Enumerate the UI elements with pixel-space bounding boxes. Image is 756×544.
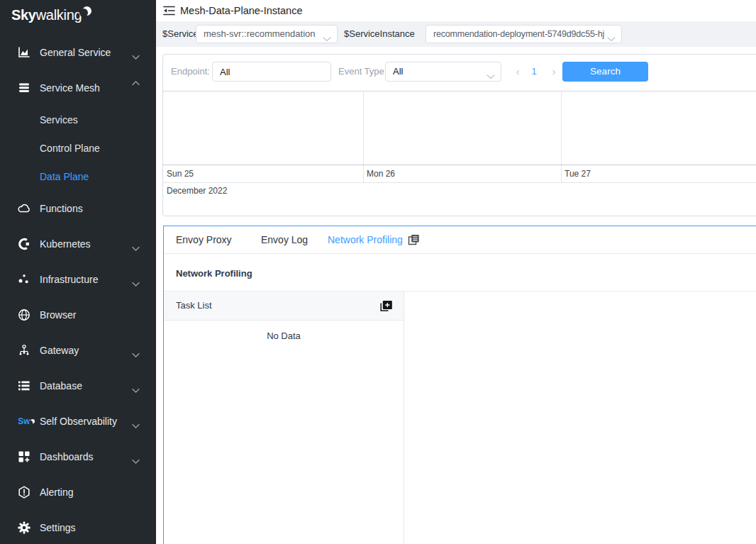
endpoint-label: Endpoint: — [171, 62, 210, 82]
tab-envoy-log[interactable]: Envoy Log — [261, 226, 308, 253]
sidebar-item-infrastructure[interactable]: Infrastructure — [0, 271, 156, 288]
tab-network-profiling[interactable]: Network Profiling — [328, 226, 403, 253]
sidebar-item-label: Dashboards — [40, 448, 94, 465]
sidebar-item-browser[interactable]: Browser — [0, 306, 156, 323]
sidebar-item-service-mesh[interactable]: Service Mesh — [0, 79, 156, 96]
pagination-prev-icon[interactable]: ‹ — [511, 62, 525, 82]
service-select-value: mesh-svr::recommendation — [204, 26, 320, 43]
copy-icon[interactable] — [408, 234, 420, 245]
dashboard-grid-plus-icon — [18, 450, 30, 463]
sidebar-item-control-plane[interactable]: Control Plane — [0, 140, 156, 157]
network-profiling-widget-title: Network Profiling — [176, 268, 252, 279]
sidebar-item-label: Kubernetes — [40, 235, 91, 252]
task-list-empty-text: No Data — [164, 331, 404, 341]
search-button[interactable]: Search — [562, 62, 648, 82]
pagination-next-icon[interactable]: › — [547, 62, 561, 82]
sidebar-item-label: Browser — [40, 306, 76, 323]
service-select[interactable]: mesh-svr::recommendation — [196, 25, 338, 43]
sidebar-item-label: Gateway — [40, 342, 79, 359]
chevron-down-icon — [323, 32, 331, 37]
chevron-down-icon — [132, 419, 140, 424]
event-type-label: Event Type: — [338, 62, 387, 82]
sidebar-item-label: Data Plane — [40, 168, 89, 185]
layers-icon — [18, 82, 30, 94]
list-rows-icon — [18, 379, 30, 392]
sidebar: Skywalking General Service Service Mesh … — [0, 0, 156, 544]
page-title: Mesh-Data-Plane-Instance — [180, 5, 302, 16]
gear-icon — [18, 521, 30, 534]
timeline-month-axis: December 2022 — [163, 182, 756, 199]
skywalking-logo[interactable]: Skywalking — [11, 7, 91, 27]
chevron-down-icon — [132, 50, 140, 55]
chevron-up-icon — [132, 86, 140, 91]
instance-detail-panel: Envoy Proxy Envoy Log Network Profiling … — [163, 226, 756, 544]
sidebar-item-label: General Service — [40, 44, 111, 61]
chevron-down-icon — [132, 348, 140, 353]
pagination-page-number: 1 — [527, 62, 541, 82]
sidebar-item-data-plane[interactable]: Data Plane — [0, 168, 156, 185]
sidebar-item-label: Functions — [40, 200, 83, 217]
add-task-icon[interactable] — [379, 300, 393, 312]
sidebar-item-label: Database — [40, 377, 82, 394]
month-tick-label: December 2022 — [167, 183, 227, 199]
tab-envoy-proxy[interactable]: Envoy Proxy — [176, 226, 232, 253]
task-list-header: Task List — [164, 292, 404, 321]
chevron-down-icon — [487, 70, 495, 74]
service-label: $Service — [162, 21, 199, 47]
sidebar-item-services[interactable]: Services — [0, 111, 156, 128]
events-timeline-card: Endpoint: Event Type: All ‹ 1 › Search S… — [162, 54, 756, 216]
filter-bar: $Service mesh-svr::recommendation $Servi… — [156, 21, 756, 47]
chevron-down-icon — [132, 455, 140, 460]
service-instance-select[interactable]: recommendation-deployment-5749d9dc55-hjl… — [426, 25, 622, 43]
chevron-down-icon — [132, 242, 140, 247]
menu-fold-icon[interactable] — [163, 6, 176, 16]
skywalking-app: Skywalking General Service Service Mesh … — [0, 0, 756, 544]
endpoint-input[interactable] — [212, 62, 331, 82]
sidebar-item-gateway[interactable]: Gateway — [0, 342, 156, 359]
sidebar-item-label: Alerting — [40, 484, 73, 501]
chevron-down-icon — [132, 384, 140, 389]
chevron-down-icon — [607, 32, 616, 37]
sidebar-item-label: Service Mesh — [40, 79, 100, 96]
task-list-title: Task List — [176, 292, 212, 320]
service-instance-select-value: recommendation-deployment-5749d9dc55-hjl… — [433, 26, 604, 43]
gateway-hub-icon — [18, 344, 30, 357]
chevron-down-icon — [132, 277, 140, 282]
logo-text: walking — [36, 7, 82, 23]
events-timeline-chart[interactable] — [163, 91, 756, 165]
sidebar-item-functions[interactable]: Functions — [0, 200, 156, 217]
event-type-select[interactable]: All — [385, 62, 501, 82]
logo-text-bold: Sky — [11, 7, 36, 23]
area-chart-icon — [18, 46, 30, 59]
cloud-icon — [18, 202, 30, 215]
sidebar-item-general-service[interactable]: General Service — [0, 44, 156, 61]
sidebar-item-dashboards[interactable]: Dashboards — [0, 448, 156, 465]
event-type-select-value: All — [393, 62, 484, 81]
tabs-divider — [164, 253, 756, 254]
service-instance-label: $ServiceInstance — [344, 21, 415, 47]
sidebar-item-label: Control Plane — [40, 140, 100, 157]
task-list-panel: Task List No Data — [164, 292, 404, 544]
day-tick-label: Tue 27 — [565, 165, 591, 182]
dots-cluster-icon — [18, 273, 30, 286]
sidebar-item-label: Services — [40, 111, 78, 128]
day-tick-label: Sun 25 — [167, 165, 194, 182]
sidebar-item-label: Self Observability — [40, 413, 117, 430]
skywalking-mini-logo-icon: Sw — [18, 415, 30, 428]
crescent-moon-icon — [82, 6, 91, 16]
sidebar-item-label: Infrastructure — [40, 271, 98, 288]
globe-icon — [18, 309, 30, 321]
sidebar-item-kubernetes[interactable]: Kubernetes — [0, 235, 156, 252]
sidebar-item-alerting[interactable]: Alerting — [0, 484, 156, 501]
alert-hexagon-icon — [18, 486, 30, 499]
kubernetes-icon — [18, 238, 30, 250]
sidebar-item-self-observability[interactable]: Sw Self Observability — [0, 413, 156, 430]
sidebar-item-label: Settings — [40, 519, 76, 536]
sidebar-item-database[interactable]: Database — [0, 377, 156, 394]
sidebar-item-settings[interactable]: Settings — [0, 519, 156, 536]
day-tick-label: Mon 26 — [367, 165, 395, 182]
timeline-day-axis: Sun 25 Mon 26 Tue 27 — [163, 165, 756, 182]
